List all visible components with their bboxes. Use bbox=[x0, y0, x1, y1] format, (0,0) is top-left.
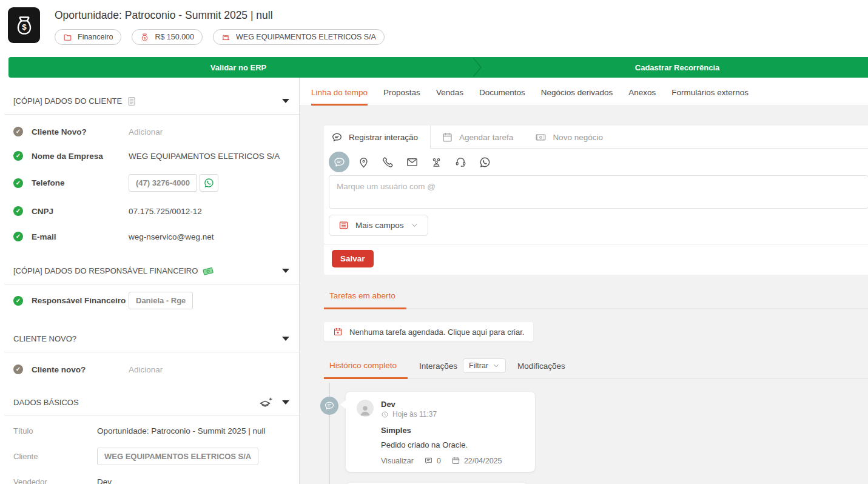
channel-visit-button[interactable] bbox=[353, 152, 374, 172]
banknote-icon bbox=[535, 132, 547, 143]
channel-selector bbox=[324, 149, 868, 175]
divider bbox=[4, 352, 299, 352]
phone-value-chip[interactable]: (47) 3276-4000 bbox=[129, 174, 197, 192]
folder-icon bbox=[63, 33, 72, 42]
caret-down-icon[interactable] bbox=[282, 400, 289, 405]
view-link[interactable]: Visualizar bbox=[381, 457, 414, 465]
field-value[interactable]: weg-nservico@weg.net bbox=[129, 232, 299, 241]
field-label: Título bbox=[13, 426, 97, 435]
stage-validar-erp-button[interactable]: Validar no ERP bbox=[8, 57, 468, 78]
envelope-icon bbox=[406, 156, 419, 169]
calendar-icon bbox=[451, 456, 460, 465]
caret-down-icon[interactable] bbox=[282, 337, 289, 341]
stage-label: Validar no ERP bbox=[210, 63, 266, 72]
chevron-down-icon bbox=[493, 362, 500, 369]
field-label: Vendedor bbox=[13, 477, 97, 484]
tab-modificacoes[interactable]: Modificações bbox=[517, 361, 565, 378]
field-value[interactable]: 07.175.725/0012-12 bbox=[129, 207, 299, 216]
comment-icon bbox=[424, 456, 433, 465]
field-label: CNPJ bbox=[32, 207, 129, 216]
channel-email-button[interactable] bbox=[402, 152, 422, 172]
tasks-tab-bar: Tarefas em aberto bbox=[324, 275, 868, 309]
check-circle-icon: ✓ bbox=[13, 365, 23, 374]
stage-cadastrar-recorrencia-button[interactable]: Cadastrar Recorrência bbox=[486, 57, 868, 78]
divider bbox=[4, 415, 299, 415]
tab-formularios-externos[interactable]: Formulários externos bbox=[671, 88, 749, 106]
field-value[interactable]: WEG EQUIPAMENTOS ELETRICOS S/A bbox=[129, 152, 299, 161]
composer-tab-bar: Registrar interação Agendar tarefa Novo … bbox=[324, 126, 868, 149]
tab-agendar-tarefa[interactable]: Agendar tarefa bbox=[431, 126, 524, 149]
tab-novo-negocio[interactable]: Novo negócio bbox=[524, 126, 614, 149]
chat-bubble-icon bbox=[333, 156, 346, 169]
caret-down-icon[interactable] bbox=[282, 269, 289, 273]
pipeline-badge[interactable]: Financeiro bbox=[55, 29, 121, 45]
record-sidebar: [CÓPIA] DADOS DO CLIENTE ✓ Cliente Novo?… bbox=[0, 78, 300, 484]
cash-icon bbox=[203, 266, 214, 276]
header-badges: Financeiro R$ 150.000 WEG EQUIPAMENTOS E… bbox=[55, 29, 868, 45]
more-fields-button[interactable]: Mais campos bbox=[329, 215, 428, 236]
field-value[interactable]: Oportunidade: Patroconio - Summit 2025 |… bbox=[97, 426, 299, 435]
tab-linha-do-tempo[interactable]: Linha do tempo bbox=[311, 88, 368, 106]
channel-meeting-button[interactable] bbox=[426, 152, 446, 172]
more-fields-row: Mais campos bbox=[324, 209, 868, 244]
check-circle-icon: ✓ bbox=[13, 206, 23, 216]
divider bbox=[4, 114, 299, 115]
tab-vendas[interactable]: Vendas bbox=[436, 88, 463, 106]
section-header: CLIENTE NOVO? bbox=[0, 334, 299, 344]
timeline-author: Dev bbox=[381, 400, 502, 409]
tab-historico-completo[interactable]: Histórico completo bbox=[324, 361, 408, 379]
channel-phone-button[interactable] bbox=[377, 152, 398, 172]
field-value-add-link[interactable]: Adicionar bbox=[129, 127, 299, 136]
main-panel: Linha do tempo Propostas Vendas Document… bbox=[300, 78, 868, 484]
tab-anexos[interactable]: Anexos bbox=[628, 88, 656, 106]
amount-badge[interactable]: R$ 150.000 bbox=[132, 29, 203, 45]
tab-registrar-interacao[interactable]: Registrar interação bbox=[324, 126, 431, 149]
channel-support-button[interactable] bbox=[450, 152, 471, 172]
divider bbox=[4, 284, 299, 284]
stage-label: Cadastrar Recorrência bbox=[635, 63, 719, 72]
chevron-down-icon bbox=[411, 221, 419, 229]
company-badge[interactable]: WEG EQUIPAMENTOS ELETRICOS S/A bbox=[213, 29, 385, 45]
channel-whatsapp-button[interactable] bbox=[474, 152, 495, 172]
timeline-footer: Visualizar 0 22/04/2025 bbox=[381, 456, 502, 465]
section-title: DADOS BÁSICOS bbox=[13, 398, 79, 407]
filter-button[interactable]: Filtrar bbox=[463, 358, 506, 373]
tab-negocios-derivados[interactable]: Negócios derivados bbox=[541, 88, 613, 106]
sidebar-section-responsavel-financeiro: [CÓPIA] DADOS DO RESPONSÁVEL FINANCEIRO … bbox=[0, 266, 299, 309]
comments-counter[interactable]: 0 bbox=[424, 456, 441, 465]
avatar bbox=[357, 400, 374, 417]
channel-chat-button[interactable] bbox=[329, 152, 349, 172]
empty-task-banner[interactable]: Nenhuma tarefa agendada. Clique aqui par… bbox=[324, 322, 533, 341]
field-value[interactable]: Dev bbox=[97, 477, 299, 484]
interaction-text-input[interactable] bbox=[329, 175, 868, 209]
check-circle-icon: ✓ bbox=[13, 151, 23, 161]
company-icon bbox=[221, 33, 230, 42]
tab-interacoes[interactable]: Interações Filtrar bbox=[419, 361, 506, 378]
interaction-composer-card: Registrar interação Agendar tarefa Novo … bbox=[324, 126, 868, 275]
sidebar-section-dados-cliente: [CÓPIA] DADOS DO CLIENTE ✓ Cliente Novo?… bbox=[0, 96, 299, 241]
calendar-plus-icon bbox=[333, 327, 343, 337]
field-value-add-link[interactable]: Adicionar bbox=[129, 365, 299, 374]
field-value-chip[interactable]: Daniela - Rge bbox=[129, 292, 193, 309]
whatsapp-button[interactable] bbox=[200, 174, 218, 192]
caret-down-icon[interactable] bbox=[282, 99, 289, 103]
check-circle-icon: ✓ bbox=[13, 296, 23, 306]
field-label: Nome da Empresa bbox=[32, 152, 129, 161]
whatsapp-icon bbox=[203, 177, 215, 189]
layers-plus-icon[interactable] bbox=[258, 396, 273, 409]
field-row-titulo: Título Oportunidade: Patroconio - Summit… bbox=[0, 426, 299, 435]
check-circle-icon: ✓ bbox=[13, 127, 23, 136]
pipeline-badge-label: Financeiro bbox=[78, 33, 113, 41]
calendar-icon bbox=[442, 132, 453, 143]
company-badge-label: WEG EQUIPAMENTOS ELETRICOS S/A bbox=[236, 33, 376, 41]
field-label: Cliente novo? bbox=[32, 365, 129, 374]
whatsapp-icon bbox=[479, 156, 491, 169]
field-row-vendedor: Vendedor Dev bbox=[0, 477, 299, 484]
section-title: CLIENTE NOVO? bbox=[13, 334, 76, 343]
field-value-chip[interactable]: WEG EQUIPAMENTOS ELETRICOS S/A bbox=[97, 448, 258, 465]
save-button[interactable]: Salvar bbox=[332, 250, 374, 267]
money-bag-icon bbox=[14, 13, 35, 38]
tab-propostas[interactable]: Propostas bbox=[383, 88, 420, 106]
tab-tarefas-em-aberto[interactable]: Tarefas em aberto bbox=[324, 291, 406, 309]
tab-documentos[interactable]: Documentos bbox=[479, 88, 525, 106]
